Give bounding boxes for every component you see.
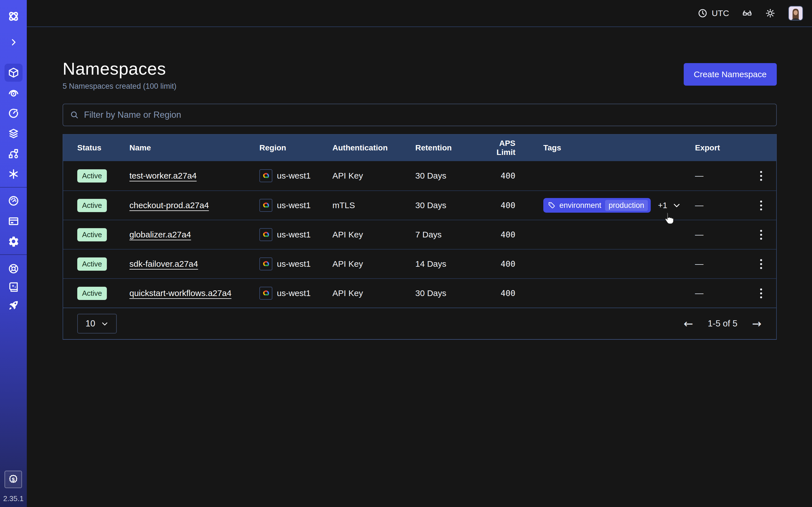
namespace-link[interactable]: quickstart-workflows.a27a4 bbox=[130, 288, 232, 298]
asterisk-icon bbox=[8, 168, 19, 180]
tag-chip[interactable]: environment production bbox=[543, 198, 651, 213]
column-header-tags: Tags bbox=[515, 144, 695, 152]
gcp-icon bbox=[259, 258, 272, 270]
table-row: Active globalizer.a27a4 us-west1 API Key… bbox=[63, 220, 776, 249]
create-namespace-button[interactable]: Create Namespace bbox=[684, 63, 777, 86]
row-actions-menu-button[interactable] bbox=[758, 287, 764, 300]
sidebar-divider bbox=[0, 187, 27, 187]
timezone-label: UTC bbox=[712, 8, 729, 18]
retention-period: 30 Days bbox=[415, 171, 480, 180]
sidebar-item-stacks[interactable] bbox=[4, 124, 22, 143]
spiral-eye-icon bbox=[8, 87, 19, 99]
credit-card-icon bbox=[8, 215, 19, 227]
namespace-link[interactable]: test-worker.a27a4 bbox=[130, 171, 197, 180]
aps-limit: 400 bbox=[480, 288, 515, 298]
sidebar-item-billing[interactable] bbox=[4, 212, 22, 230]
namespace-link[interactable]: checkout-prod.a27a4 bbox=[130, 201, 209, 210]
table-row: Active test-worker.a27a4 us-west1 API Ke… bbox=[63, 161, 776, 190]
column-header-export: Export bbox=[695, 144, 752, 152]
sidebar-item-settings[interactable] bbox=[4, 232, 22, 250]
filter-input[interactable] bbox=[84, 110, 769, 120]
status-badge: Active bbox=[77, 199, 107, 212]
timer-icon bbox=[8, 107, 19, 119]
gcp-icon bbox=[259, 228, 272, 241]
tag-icon bbox=[548, 202, 556, 209]
row-actions-menu-button[interactable] bbox=[758, 228, 764, 241]
auth-method: API Key bbox=[333, 288, 415, 298]
page-size-value: 10 bbox=[86, 319, 95, 329]
column-header-retention: Retention bbox=[415, 144, 480, 152]
sidebar-item-namespaces[interactable] bbox=[4, 64, 22, 82]
sidebar-item-services[interactable] bbox=[4, 165, 22, 183]
sidebar-divider bbox=[0, 255, 27, 255]
retention-period: 30 Days bbox=[415, 201, 480, 210]
layers-icon bbox=[8, 128, 19, 139]
svg-text:$: $ bbox=[12, 476, 15, 483]
gcp-icon bbox=[259, 199, 272, 212]
aps-limit: 400 bbox=[480, 201, 515, 210]
namespace-limit-subtitle: 5 Namespaces created (100 limit) bbox=[63, 82, 176, 91]
column-header-status: Status bbox=[77, 144, 130, 152]
theme-toggle-button[interactable] bbox=[765, 8, 775, 18]
timezone-selector[interactable]: UTC bbox=[698, 8, 729, 18]
export-value: — bbox=[695, 230, 752, 239]
sidebar-item-getting-started[interactable] bbox=[4, 296, 22, 314]
region-label: us-west1 bbox=[277, 171, 311, 180]
auth-method: API Key bbox=[333, 230, 415, 239]
gear-icon bbox=[8, 235, 19, 247]
clock-icon bbox=[698, 8, 708, 18]
namespace-link[interactable]: globalizer.a27a4 bbox=[130, 230, 191, 239]
row-actions-menu-button[interactable] bbox=[758, 169, 764, 182]
sidebar-item-nexus[interactable] bbox=[4, 145, 22, 163]
user-avatar[interactable] bbox=[788, 6, 803, 20]
namespace-link[interactable]: sdk-failover.a27a4 bbox=[130, 259, 198, 269]
more-tags-toggle[interactable]: +1 bbox=[658, 201, 681, 210]
sidebar-item-docs[interactable] bbox=[4, 278, 22, 296]
gcp-icon bbox=[259, 169, 272, 182]
page-title: Namespaces bbox=[63, 59, 176, 78]
chevron-down-icon bbox=[672, 201, 681, 210]
topbar: UTC bbox=[27, 0, 812, 27]
table-header-row: Status Name Region Authentication Retent… bbox=[63, 135, 776, 161]
glasses-icon bbox=[742, 8, 752, 18]
sidebar-expand-button[interactable] bbox=[4, 33, 22, 51]
sidebar-item-usage[interactable] bbox=[4, 192, 22, 210]
life-ring-icon bbox=[8, 263, 19, 275]
sidebar-item-monitor[interactable] bbox=[4, 84, 22, 102]
auth-method: mTLS bbox=[333, 201, 415, 210]
next-page-button[interactable]: → bbox=[752, 318, 762, 329]
export-value: — bbox=[695, 259, 752, 269]
retention-period: 7 Days bbox=[415, 230, 480, 239]
gauge-icon bbox=[8, 195, 19, 207]
status-badge: Active bbox=[77, 169, 107, 182]
table-row: Active quickstart-workflows.a27a4 us-wes… bbox=[63, 278, 776, 307]
avatar-photo bbox=[789, 6, 802, 20]
aps-limit: 400 bbox=[480, 230, 515, 239]
aps-limit: 400 bbox=[480, 259, 515, 269]
tag-value: production bbox=[605, 200, 648, 211]
labs-mode-button[interactable] bbox=[742, 8, 752, 18]
status-badge: Active bbox=[77, 228, 107, 241]
sidebar: $ 2.35.1 bbox=[0, 0, 27, 507]
book-sparkles-icon bbox=[8, 281, 19, 293]
table-footer: 10 ← 1-5 of 5 → bbox=[63, 307, 776, 339]
retention-period: 30 Days bbox=[415, 288, 480, 298]
row-actions-menu-button[interactable] bbox=[758, 199, 764, 212]
app-version: 2.35.1 bbox=[3, 494, 23, 503]
column-header-region: Region bbox=[259, 144, 333, 152]
tag-key: environment bbox=[559, 201, 601, 210]
branch-icon bbox=[8, 148, 19, 160]
sidebar-item-usage-history[interactable] bbox=[4, 104, 22, 122]
page-size-select[interactable]: 10 bbox=[77, 314, 117, 334]
sidebar-item-support[interactable] bbox=[4, 260, 22, 278]
table-row: Active checkout-prod.a27a4 us-west1 mTLS… bbox=[63, 190, 776, 220]
namespaces-table: Status Name Region Authentication Retent… bbox=[63, 134, 777, 340]
credits-dollar-icon: $ bbox=[8, 474, 19, 485]
plan-badge-button[interactable]: $ bbox=[4, 471, 22, 488]
auth-method: API Key bbox=[333, 259, 415, 269]
prev-page-button[interactable]: ← bbox=[684, 318, 693, 329]
status-badge: Active bbox=[77, 287, 107, 300]
row-actions-menu-button[interactable] bbox=[758, 258, 764, 271]
region-label: us-west1 bbox=[277, 201, 311, 210]
main-content: Namespaces 5 Namespaces created (100 lim… bbox=[63, 27, 777, 340]
